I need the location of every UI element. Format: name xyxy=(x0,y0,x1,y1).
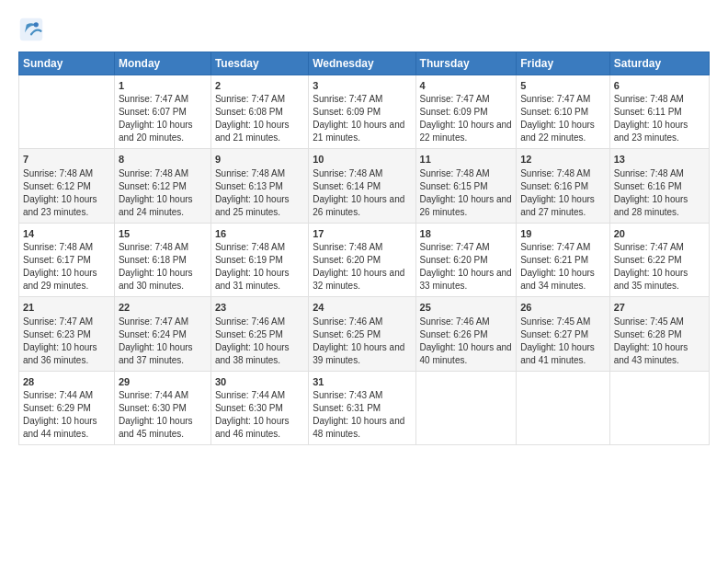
calendar-cell: 22Sunrise: 7:47 AM Sunset: 6:24 PM Dayli… xyxy=(114,297,210,371)
day-content: Sunrise: 7:48 AM Sunset: 6:12 PM Dayligh… xyxy=(119,167,207,219)
day-content: Sunrise: 7:47 AM Sunset: 6:08 PM Dayligh… xyxy=(215,93,304,144)
day-number: 2 xyxy=(215,79,304,93)
week-row-2: 7Sunrise: 7:48 AM Sunset: 6:12 PM Daylig… xyxy=(19,149,710,223)
day-number: 30 xyxy=(215,375,304,389)
day-content: Sunrise: 7:48 AM Sunset: 6:16 PM Dayligh… xyxy=(520,167,606,219)
day-number: 4 xyxy=(420,79,513,93)
calendar-cell: 15Sunrise: 7:48 AM Sunset: 6:18 PM Dayli… xyxy=(114,223,210,296)
calendar-cell: 2Sunrise: 7:47 AM Sunset: 6:08 PM Daylig… xyxy=(210,75,308,149)
day-number: 17 xyxy=(313,227,411,241)
day-content: Sunrise: 7:48 AM Sunset: 6:18 PM Dayligh… xyxy=(119,241,207,293)
calendar-cell: 5Sunrise: 7:47 AM Sunset: 6:10 PM Daylig… xyxy=(517,75,610,149)
calendar-cell: 18Sunrise: 7:47 AM Sunset: 6:20 PM Dayli… xyxy=(415,223,517,296)
day-content: Sunrise: 7:48 AM Sunset: 6:20 PM Dayligh… xyxy=(313,241,411,293)
day-number: 18 xyxy=(420,227,513,241)
calendar-cell: 8Sunrise: 7:48 AM Sunset: 6:12 PM Daylig… xyxy=(114,149,210,223)
day-number: 12 xyxy=(520,153,606,167)
day-content: Sunrise: 7:47 AM Sunset: 6:09 PM Dayligh… xyxy=(313,93,411,144)
day-number: 28 xyxy=(23,375,110,389)
header-cell-wednesday: Wednesday xyxy=(309,52,415,75)
day-number: 11 xyxy=(420,153,513,167)
day-number: 7 xyxy=(23,153,110,167)
day-content: Sunrise: 7:48 AM Sunset: 6:12 PM Dayligh… xyxy=(23,167,110,219)
header-row: SundayMondayTuesdayWednesdayThursdayFrid… xyxy=(19,52,710,75)
header-cell-friday: Friday xyxy=(517,52,610,75)
calendar-header: SundayMondayTuesdayWednesdayThursdayFrid… xyxy=(19,52,710,75)
calendar-cell: 9Sunrise: 7:48 AM Sunset: 6:13 PM Daylig… xyxy=(210,149,308,223)
day-content: Sunrise: 7:48 AM Sunset: 6:16 PM Dayligh… xyxy=(614,167,705,219)
day-content: Sunrise: 7:46 AM Sunset: 6:26 PM Dayligh… xyxy=(420,316,513,367)
calendar-cell: 3Sunrise: 7:47 AM Sunset: 6:09 PM Daylig… xyxy=(309,75,415,149)
svg-point-1 xyxy=(34,22,39,27)
day-number: 19 xyxy=(520,227,606,241)
day-content: Sunrise: 7:47 AM Sunset: 6:21 PM Dayligh… xyxy=(520,241,606,293)
logo-icon xyxy=(18,17,44,42)
calendar-cell: 11Sunrise: 7:48 AM Sunset: 6:15 PM Dayli… xyxy=(415,149,517,223)
day-content: Sunrise: 7:44 AM Sunset: 6:29 PM Dayligh… xyxy=(23,389,110,441)
day-number: 8 xyxy=(119,153,207,167)
day-content: Sunrise: 7:47 AM Sunset: 6:22 PM Dayligh… xyxy=(614,241,705,293)
week-row-5: 28Sunrise: 7:44 AM Sunset: 6:29 PM Dayli… xyxy=(19,371,710,444)
week-row-1: 1Sunrise: 7:47 AM Sunset: 6:07 PM Daylig… xyxy=(19,75,710,149)
day-content: Sunrise: 7:46 AM Sunset: 6:25 PM Dayligh… xyxy=(215,316,304,367)
day-content: Sunrise: 7:46 AM Sunset: 6:25 PM Dayligh… xyxy=(313,316,411,367)
calendar-cell: 26Sunrise: 7:45 AM Sunset: 6:27 PM Dayli… xyxy=(517,297,610,371)
day-number: 3 xyxy=(313,79,411,93)
day-content: Sunrise: 7:48 AM Sunset: 6:14 PM Dayligh… xyxy=(313,167,411,219)
day-content: Sunrise: 7:44 AM Sunset: 6:30 PM Dayligh… xyxy=(215,389,304,441)
calendar-cell: 31Sunrise: 7:43 AM Sunset: 6:31 PM Dayli… xyxy=(309,371,415,444)
day-content: Sunrise: 7:48 AM Sunset: 6:15 PM Dayligh… xyxy=(420,167,513,219)
day-number: 21 xyxy=(23,301,110,315)
day-number: 9 xyxy=(215,153,304,167)
header-cell-saturday: Saturday xyxy=(609,52,709,75)
calendar-cell: 14Sunrise: 7:48 AM Sunset: 6:17 PM Dayli… xyxy=(19,223,115,296)
day-content: Sunrise: 7:47 AM Sunset: 6:07 PM Dayligh… xyxy=(119,93,207,144)
day-content: Sunrise: 7:47 AM Sunset: 6:20 PM Dayligh… xyxy=(420,241,513,293)
header xyxy=(18,17,710,42)
calendar-cell: 7Sunrise: 7:48 AM Sunset: 6:12 PM Daylig… xyxy=(19,149,115,223)
header-cell-sunday: Sunday xyxy=(19,52,115,75)
week-row-3: 14Sunrise: 7:48 AM Sunset: 6:17 PM Dayli… xyxy=(19,223,710,296)
calendar-cell xyxy=(415,371,517,444)
calendar-table: SundayMondayTuesdayWednesdayThursdayFrid… xyxy=(18,52,710,445)
day-number: 29 xyxy=(119,375,207,389)
header-cell-tuesday: Tuesday xyxy=(210,52,308,75)
page: SundayMondayTuesdayWednesdayThursdayFrid… xyxy=(0,0,728,458)
calendar-cell: 4Sunrise: 7:47 AM Sunset: 6:09 PM Daylig… xyxy=(415,75,517,149)
calendar-cell xyxy=(517,371,610,444)
day-content: Sunrise: 7:47 AM Sunset: 6:24 PM Dayligh… xyxy=(119,316,207,367)
day-number: 14 xyxy=(23,227,110,241)
day-number: 23 xyxy=(215,301,304,315)
calendar-cell: 10Sunrise: 7:48 AM Sunset: 6:14 PM Dayli… xyxy=(309,149,415,223)
calendar-cell xyxy=(19,75,115,149)
logo xyxy=(18,17,48,42)
day-content: Sunrise: 7:44 AM Sunset: 6:30 PM Dayligh… xyxy=(119,389,207,441)
calendar-cell: 21Sunrise: 7:47 AM Sunset: 6:23 PM Dayli… xyxy=(19,297,115,371)
day-content: Sunrise: 7:47 AM Sunset: 6:23 PM Dayligh… xyxy=(23,316,110,367)
day-number: 27 xyxy=(614,301,705,315)
calendar-cell: 30Sunrise: 7:44 AM Sunset: 6:30 PM Dayli… xyxy=(210,371,308,444)
calendar-cell: 13Sunrise: 7:48 AM Sunset: 6:16 PM Dayli… xyxy=(609,149,709,223)
calendar-body: 1Sunrise: 7:47 AM Sunset: 6:07 PM Daylig… xyxy=(19,75,710,445)
day-number: 25 xyxy=(420,301,513,315)
header-cell-thursday: Thursday xyxy=(415,52,517,75)
day-number: 1 xyxy=(119,79,207,93)
calendar-cell: 6Sunrise: 7:48 AM Sunset: 6:11 PM Daylig… xyxy=(609,75,709,149)
calendar-cell: 19Sunrise: 7:47 AM Sunset: 6:21 PM Dayli… xyxy=(517,223,610,296)
day-number: 26 xyxy=(520,301,606,315)
calendar-cell: 28Sunrise: 7:44 AM Sunset: 6:29 PM Dayli… xyxy=(19,371,115,444)
day-content: Sunrise: 7:43 AM Sunset: 6:31 PM Dayligh… xyxy=(313,389,411,441)
calendar-cell: 1Sunrise: 7:47 AM Sunset: 6:07 PM Daylig… xyxy=(114,75,210,149)
day-number: 31 xyxy=(313,375,411,389)
calendar-cell: 27Sunrise: 7:45 AM Sunset: 6:28 PM Dayli… xyxy=(609,297,709,371)
day-content: Sunrise: 7:45 AM Sunset: 6:28 PM Dayligh… xyxy=(614,316,705,367)
calendar-cell: 16Sunrise: 7:48 AM Sunset: 6:19 PM Dayli… xyxy=(210,223,308,296)
header-cell-monday: Monday xyxy=(114,52,210,75)
day-number: 15 xyxy=(119,227,207,241)
calendar-cell: 29Sunrise: 7:44 AM Sunset: 6:30 PM Dayli… xyxy=(114,371,210,444)
calendar-cell xyxy=(609,371,709,444)
calendar-cell: 20Sunrise: 7:47 AM Sunset: 6:22 PM Dayli… xyxy=(609,223,709,296)
day-number: 13 xyxy=(614,153,705,167)
day-number: 24 xyxy=(313,301,411,315)
calendar-cell: 23Sunrise: 7:46 AM Sunset: 6:25 PM Dayli… xyxy=(210,297,308,371)
